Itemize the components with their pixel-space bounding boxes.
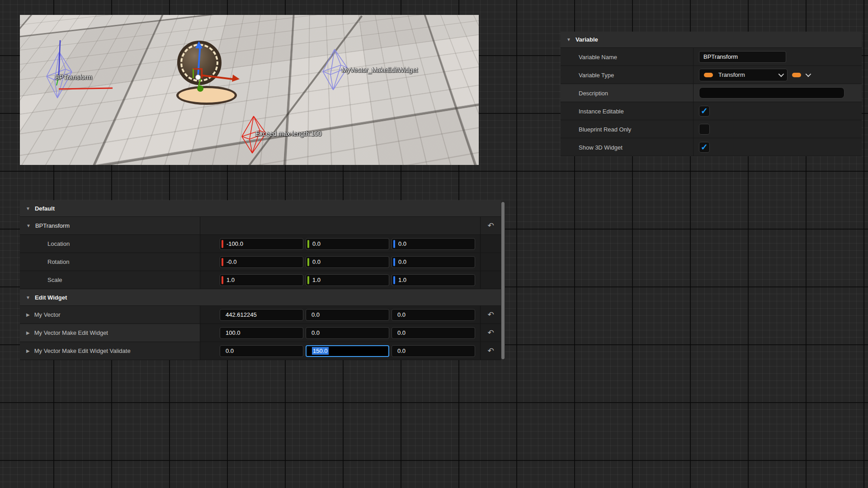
variable-name-input[interactable]: BPTransform: [699, 51, 786, 63]
x-axis-color-bar: [222, 276, 223, 284]
instance-editable-row: Instance Editable ✓: [561, 102, 862, 120]
variable-name-row: Variable Name BPTransform: [561, 48, 862, 66]
x-axis-color-bar: [222, 240, 223, 248]
viewport-3d-preview[interactable]: BPTransform MyVector_MakeEditWidget Exce…: [20, 15, 479, 165]
mvmewv-z-input[interactable]: 0.0: [392, 345, 475, 357]
show-3d-widget-label: Show 3D Widget: [579, 144, 623, 151]
revert-to-default-button[interactable]: ↶: [487, 347, 494, 355]
edit-widget-section-header[interactable]: ▼ Edit Widget: [20, 289, 501, 306]
rotation-row: Rotation -0.0 0.0 0.0: [20, 253, 501, 271]
scale-x-input[interactable]: 1.0: [220, 274, 303, 286]
check-icon: ✓: [701, 143, 708, 151]
scrollbar-thumb[interactable]: [501, 202, 505, 359]
mvmew-z-input[interactable]: 0.0: [392, 327, 475, 339]
section-title: Variable: [576, 36, 598, 43]
variable-name-label: Variable Name: [579, 54, 617, 61]
scale-row: Scale 1.0 1.0 1.0: [20, 271, 501, 289]
chevron-down-icon: [778, 71, 784, 77]
collapse-triangle-icon: ▼: [26, 295, 30, 300]
expand-triangle-icon[interactable]: ▶: [26, 330, 30, 335]
show-3d-widget-row: Show 3D Widget ✓: [561, 138, 862, 156]
marker-label-exceed: Exceed max length:100: [255, 130, 321, 137]
z-axis-color-bar: [393, 276, 395, 284]
location-x-input[interactable]: -100.0: [220, 238, 303, 250]
description-label: Description: [579, 90, 608, 97]
mvmew-y-input[interactable]: 0.0: [306, 327, 389, 339]
rotation-z-input[interactable]: 0.0: [392, 256, 475, 268]
marker-label-myvector: MyVector_MakeEditWidget: [342, 66, 418, 74]
rotation-y-input[interactable]: 0.0: [306, 256, 389, 268]
variable-details-panel: ▼ Variable Variable Name BPTransform Var…: [561, 32, 862, 156]
bptransform-property-row[interactable]: ▼ BPTransform ↶: [20, 217, 501, 235]
variable-type-row: Variable Type Transform: [561, 66, 862, 84]
expand-triangle-icon[interactable]: ▶: [26, 312, 30, 317]
revert-to-default-button[interactable]: ↶: [487, 311, 494, 319]
chevron-down-icon: [806, 71, 811, 77]
variable-type-label: Variable Type: [579, 72, 614, 79]
rotation-x-input[interactable]: -0.0: [220, 256, 303, 268]
my-vector-make-edit-widget-row[interactable]: ▶ My Vector Make Edit Widget 100.0 0.0 0…: [20, 324, 501, 342]
description-row: Description: [561, 84, 862, 102]
variable-section-header[interactable]: ▼ Variable: [561, 32, 862, 48]
default-details-panel: ▼ Default ▼ BPTransform ↶ Location -100.…: [20, 200, 501, 360]
container-type-pill-icon: [792, 73, 801, 77]
location-row: Location -100.0 0.0 0.0: [20, 235, 501, 253]
description-input[interactable]: [699, 87, 844, 99]
default-section-header[interactable]: ▼ Default: [20, 200, 501, 217]
mvmew-x-input[interactable]: 100.0: [220, 327, 303, 339]
check-icon: ✓: [701, 107, 708, 115]
collapse-triangle-icon: ▼: [566, 37, 571, 42]
revert-to-default-button[interactable]: ↶: [487, 222, 494, 230]
scale-z-input[interactable]: 1.0: [392, 274, 475, 286]
container-type-dropdown[interactable]: [792, 73, 810, 77]
blueprint-read-only-row: Blueprint Read Only: [561, 120, 862, 138]
show-3d-widget-checkbox[interactable]: ✓: [699, 142, 710, 153]
location-y-input[interactable]: 0.0: [306, 238, 389, 250]
blueprint-read-only-label: Blueprint Read Only: [579, 126, 631, 133]
sphere-shadow: [176, 86, 237, 105]
mvmewv-y-input-focused[interactable]: 150.0: [306, 345, 389, 357]
gizmo-y-handle[interactable]: [197, 85, 203, 92]
scale-y-input[interactable]: 1.0: [306, 274, 389, 286]
gizmo-z-arrowhead[interactable]: [195, 41, 203, 48]
z-axis-color-bar: [393, 258, 395, 266]
details-scrollbar[interactable]: [501, 202, 505, 359]
instance-editable-label: Instance Editable: [579, 108, 624, 115]
collapse-triangle-icon: ▼: [26, 206, 30, 211]
mvmewv-x-input[interactable]: 0.0: [220, 345, 303, 357]
blueprint-read-only-checkbox[interactable]: [699, 124, 710, 135]
gizmo-center-dot[interactable]: [195, 75, 201, 80]
my-vector-y-input[interactable]: 0.0: [306, 309, 389, 321]
z-axis-color-bar: [393, 240, 395, 248]
transform-type-pill-icon: [704, 73, 713, 77]
my-vector-z-input[interactable]: 0.0: [392, 309, 475, 321]
expand-triangle-icon[interactable]: ▼: [26, 223, 31, 228]
x-axis-color-bar: [222, 258, 223, 266]
gizmo-x-arrowhead[interactable]: [232, 75, 240, 83]
expand-triangle-icon[interactable]: ▶: [26, 348, 30, 353]
y-axis-color-bar: [307, 240, 309, 248]
location-z-input[interactable]: 0.0: [392, 238, 475, 250]
instance-editable-checkbox[interactable]: ✓: [699, 106, 710, 117]
my-vector-x-input[interactable]: 442.612245: [220, 309, 303, 321]
variable-type-dropdown[interactable]: Transform: [699, 69, 788, 81]
my-vector-make-edit-widget-validate-row[interactable]: ▶ My Vector Make Edit Widget Validate 0.…: [20, 342, 501, 360]
revert-to-default-button[interactable]: ↶: [487, 329, 494, 337]
y-axis-color-bar: [307, 276, 309, 284]
marker-label-bptransform: BPTransform: [55, 74, 92, 81]
y-axis-color-bar: [307, 258, 309, 266]
my-vector-row[interactable]: ▶ My Vector 442.612245 0.0 0.0 ↶: [20, 306, 501, 324]
